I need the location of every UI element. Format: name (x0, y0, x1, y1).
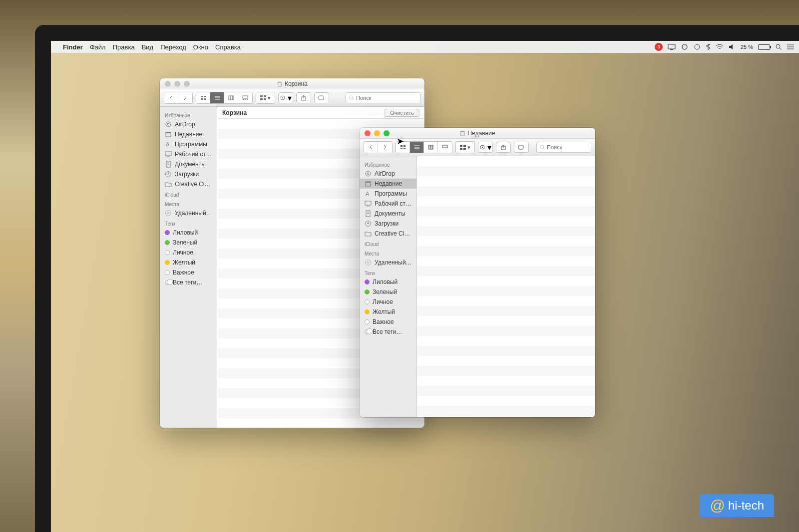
sidebar-tag[interactable]: Важное (360, 317, 416, 327)
sidebar-tag[interactable]: Лиловый (360, 277, 416, 287)
volume-icon[interactable] (729, 44, 736, 50)
sidebar-tag[interactable]: Зеленый (160, 238, 217, 248)
tag-dot-icon (165, 230, 170, 235)
menubar-app-name[interactable]: Finder (63, 43, 83, 51)
arrange-button[interactable]: ▾ (256, 92, 275, 103)
finder-window-recents[interactable]: Недавние ▾ ▾ ИзбранноеAirDropНедавниеAПр… (360, 128, 595, 417)
sidebar-item-label: Важное (373, 318, 394, 325)
column-header[interactable]: Корзина (222, 109, 247, 116)
view-list-button[interactable] (410, 142, 424, 153)
share-button[interactable] (496, 142, 511, 153)
menu-file[interactable]: Файл (90, 43, 106, 51)
sidebar-tag[interactable]: Личное (360, 297, 416, 307)
sidebar-tag[interactable]: Все теги… (360, 327, 416, 337)
sidebar-item-label: Загрузки (375, 220, 399, 227)
view-gallery-button[interactable] (238, 92, 252, 103)
share-button[interactable] (296, 92, 311, 103)
tag-dot-icon (365, 329, 370, 334)
arrange-button[interactable]: ▾ (456, 142, 474, 153)
sidebar-item-label: Зеленый (373, 288, 397, 295)
sidebar-item[interactable]: AПрограммы (160, 139, 217, 149)
view-gallery-button[interactable] (438, 142, 452, 153)
tags-button[interactable] (314, 92, 329, 103)
sidebar-item[interactable]: Загрузки (360, 219, 416, 229)
window-title: Корзина (277, 80, 308, 87)
notification-badge-icon[interactable]: 3 (655, 43, 663, 51)
sidebar-item[interactable]: Недавние (360, 179, 416, 189)
sidebar-item[interactable]: AirDrop (360, 169, 416, 179)
sidebar-section-places: Места (360, 248, 416, 258)
display-icon[interactable] (668, 44, 676, 50)
action-button[interactable]: ▾ (478, 142, 493, 153)
tags-button[interactable] (514, 142, 529, 153)
sidebar-item-label: Программы (175, 141, 207, 148)
svg-rect-55 (428, 145, 430, 149)
sidebar-item[interactable]: Рабочий ст… (160, 149, 217, 159)
search-input[interactable] (356, 95, 417, 101)
sidebar-tag[interactable]: Личное (160, 248, 217, 258)
menu-go[interactable]: Переход (160, 43, 186, 51)
sidebar-tag[interactable]: Желтый (360, 307, 416, 317)
wifi-icon[interactable] (716, 44, 724, 50)
view-columns-button[interactable] (224, 92, 238, 103)
view-icons-button[interactable] (196, 92, 210, 103)
close-button[interactable] (165, 81, 171, 87)
sidebar-item[interactable]: Creative Cl… (360, 229, 416, 239)
close-button[interactable] (365, 130, 371, 136)
trash-icon (277, 81, 283, 87)
menu-view[interactable]: Вид (142, 43, 154, 51)
search-input[interactable] (547, 144, 588, 150)
sidebar-item[interactable]: Creative Cl… (160, 179, 217, 189)
sidebar-tag[interactable]: Желтый (160, 258, 217, 267)
back-button[interactable] (364, 142, 378, 153)
sidebar-item[interactable]: Загрузки (160, 169, 217, 179)
svg-rect-23 (260, 95, 263, 97)
minimize-button[interactable] (374, 130, 380, 136)
sidebar-item[interactable]: Документы (160, 159, 217, 169)
view-icons-button[interactable] (396, 142, 410, 153)
file-list[interactable] (417, 156, 595, 417)
search-icon[interactable] (775, 43, 782, 50)
sidebar-item[interactable]: AirDrop (160, 119, 217, 129)
menu-window[interactable]: Окно (193, 43, 208, 51)
svg-rect-12 (204, 98, 206, 100)
sidebar-tag[interactable]: Лиловый (160, 228, 217, 238)
search-field[interactable] (536, 142, 591, 153)
creative-cloud-icon[interactable] (681, 44, 689, 50)
sidebar-item[interactable]: Удаленный… (360, 258, 416, 267)
menu-extras-icon[interactable] (787, 44, 794, 50)
titlebar[interactable]: Недавние (360, 128, 595, 139)
back-button[interactable] (164, 92, 178, 103)
siri-icon[interactable] (694, 43, 701, 50)
titlebar[interactable]: Корзина (160, 78, 424, 89)
maximize-button[interactable] (184, 81, 190, 87)
maximize-button[interactable] (384, 130, 390, 136)
sidebar-item-label: Желтый (373, 308, 395, 315)
view-columns-button[interactable] (424, 142, 438, 153)
forward-button[interactable] (178, 92, 192, 103)
sidebar-tag[interactable]: Зеленый (360, 287, 416, 297)
sidebar-item-label: Личное (373, 298, 393, 305)
menu-edit[interactable]: Правка (113, 43, 135, 51)
tag-dot-icon (165, 240, 170, 245)
sidebar-tag[interactable]: Важное (160, 267, 217, 277)
sidebar-item[interactable]: Удаленный… (160, 208, 217, 218)
svg-rect-10 (204, 96, 206, 97)
empty-trash-button[interactable]: Очистить (385, 109, 419, 117)
sidebar-item[interactable]: Недавние (160, 129, 217, 139)
bluetooth-icon[interactable] (706, 43, 711, 50)
minimize-button[interactable] (174, 81, 180, 87)
action-button[interactable]: ▾ (278, 92, 293, 103)
search-field[interactable] (346, 92, 420, 103)
forward-button[interactable] (378, 142, 392, 153)
sidebar-item[interactable]: Документы (360, 209, 416, 219)
view-list-button[interactable] (210, 92, 224, 103)
sidebar-tag[interactable]: Все теги… (160, 277, 217, 287)
menu-help[interactable]: Справка (215, 43, 241, 51)
sidebar-item-label: Загрузки (175, 171, 199, 178)
content-area (417, 156, 595, 417)
battery-icon[interactable] (758, 44, 770, 50)
svg-line-5 (780, 48, 782, 50)
sidebar-item[interactable]: AПрограммы (360, 189, 416, 199)
sidebar-item[interactable]: Рабочий ст… (360, 199, 416, 209)
